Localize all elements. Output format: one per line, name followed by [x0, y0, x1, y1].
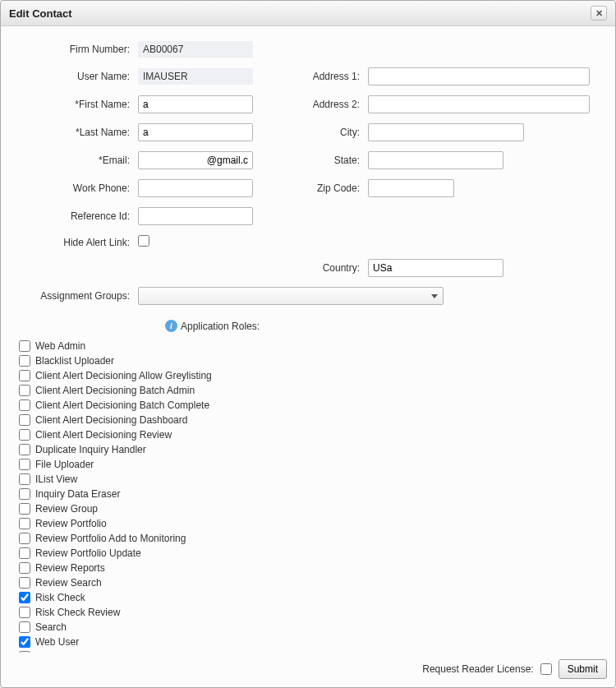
role-label: Review Group — [35, 501, 98, 516]
title-bar: Edit Contact ✕ — [1, 1, 615, 26]
zip-input[interactable] — [368, 179, 454, 197]
role-label: Risk Check — [35, 590, 85, 605]
role-label: Review Search — [35, 575, 102, 590]
role-item: Risk Check — [19, 590, 599, 605]
role-item: Inquiry Data Eraser — [19, 487, 599, 501]
role-item: Client Alert Decisioning Batch Complete — [19, 398, 599, 413]
dialog-content: Firm Number: AB00067 User Name: IMAUSER … — [1, 26, 615, 653]
role-checkbox[interactable] — [19, 547, 30, 559]
firm-number-value: AB00067 — [138, 41, 253, 58]
first-name-label: *First Name: — [17, 99, 130, 110]
role-checkbox[interactable] — [19, 533, 30, 544]
role-checkbox[interactable] — [19, 370, 30, 381]
role-checkbox[interactable] — [19, 592, 30, 603]
role-checkbox[interactable] — [19, 414, 30, 426]
role-item: Search — [19, 620, 599, 635]
app-roles-header: Application Roles: — [181, 321, 260, 332]
role-label: Search — [35, 620, 67, 635]
city-input[interactable] — [368, 123, 524, 141]
role-item: File Uploader — [19, 457, 599, 472]
role-checkbox[interactable] — [19, 355, 30, 367]
reference-id-input[interactable] — [138, 207, 253, 225]
role-checkbox[interactable] — [19, 518, 30, 529]
last-name-input[interactable] — [138, 123, 253, 141]
role-label: Inquiry Data Eraser — [35, 487, 120, 501]
firm-number-label: Firm Number: — [17, 44, 130, 55]
email-label: *Email: — [17, 155, 130, 166]
role-label: Client Alert Decisioning Batch Admin — [35, 383, 195, 398]
role-item: Review Portfolio Update — [19, 546, 599, 561]
chevron-down-icon — [431, 294, 438, 298]
role-checkbox[interactable] — [19, 607, 30, 618]
role-checkbox[interactable] — [19, 621, 30, 633]
request-reader-license-checkbox[interactable] — [540, 663, 552, 675]
role-checkbox[interactable] — [19, 385, 30, 396]
work-phone-label: Work Phone: — [17, 182, 130, 194]
role-item: Blacklist Uploader — [19, 353, 599, 368]
address2-input[interactable] — [368, 95, 590, 113]
role-label: Blacklist Uploader — [35, 353, 114, 368]
email-input[interactable] — [138, 151, 253, 169]
close-button[interactable]: ✕ — [591, 6, 607, 21]
role-item: Review Portfolio Add to Monitoring — [19, 531, 599, 546]
dialog-footer: Request Reader License: Submit — [1, 653, 615, 687]
role-checkbox[interactable] — [19, 459, 30, 470]
role-checkbox[interactable] — [19, 444, 30, 455]
address1-input[interactable] — [368, 67, 590, 85]
role-checkbox[interactable] — [19, 636, 30, 648]
hide-alert-checkbox[interactable] — [138, 235, 149, 247]
user-name-value: IMAUSER — [138, 68, 253, 85]
assignment-groups-dropdown[interactable] — [138, 287, 444, 305]
role-item: Web Admin — [19, 339, 599, 353]
role-label: Client Alert Decisioning Allow Greylisti… — [35, 368, 212, 383]
role-item: Risk Check Review — [19, 605, 599, 620]
role-checkbox[interactable] — [19, 577, 30, 589]
work-phone-input[interactable] — [138, 179, 253, 197]
role-label: Client Alert Decisioning Dashboard — [35, 413, 187, 427]
role-label: Review Portfolio Add to Monitoring — [35, 531, 186, 546]
role-label: Duplicate Inquiry Handler — [35, 442, 146, 457]
submit-button[interactable]: Submit — [559, 659, 607, 679]
role-label: Web User — [35, 635, 79, 649]
role-label: Client Alert Decisioning Batch Complete — [35, 398, 209, 413]
state-input[interactable] — [368, 151, 503, 169]
dialog-title: Edit Contact — [9, 7, 72, 20]
roles-list: Web AdminBlacklist UploaderClient Alert … — [17, 339, 599, 653]
role-checkbox[interactable] — [19, 399, 30, 411]
role-label: Web Admin — [35, 339, 85, 353]
country-label: Country: — [261, 262, 360, 274]
city-label: City: — [261, 127, 360, 138]
role-item: Client Alert Decisioning Dashboard — [19, 413, 599, 427]
last-name-label: *Last Name: — [17, 127, 130, 138]
role-checkbox[interactable] — [19, 562, 30, 574]
edit-contact-dialog: Edit Contact ✕ Firm Number: AB00067 User… — [0, 0, 616, 688]
role-item: Client Alert Decisioning Review — [19, 427, 599, 442]
state-label: State: — [261, 155, 360, 166]
role-checkbox[interactable] — [19, 473, 30, 485]
assignment-groups-label: Assignment Groups: — [17, 290, 130, 302]
role-item: Duplicate Inquiry Handler — [19, 442, 599, 457]
role-checkbox[interactable] — [19, 488, 30, 500]
role-label: Review Portfolio — [35, 516, 107, 531]
role-item: Review Search — [19, 575, 599, 590]
role-item: Review Reports — [19, 561, 599, 575]
form-grid: Firm Number: AB00067 User Name: IMAUSER … — [17, 41, 599, 334]
reference-id-label: Reference Id: — [17, 210, 130, 222]
role-label: Risk Check Review — [35, 605, 120, 620]
role-label: Client Alert Decisioning Review — [35, 427, 172, 442]
role-checkbox[interactable] — [19, 429, 30, 441]
role-label: Review Portfolio Update — [35, 546, 141, 561]
request-reader-license-label: Request Reader License: — [422, 663, 533, 675]
address1-label: Address 1: — [261, 71, 360, 82]
role-label: File Uploader — [35, 457, 94, 472]
role-item: Web User — [19, 635, 599, 649]
role-item: IList View — [19, 472, 599, 487]
role-item: Client Alert Decisioning Batch Admin — [19, 383, 599, 398]
role-label: Review Reports — [35, 561, 105, 575]
role-label: IList View — [35, 472, 77, 487]
role-checkbox[interactable] — [19, 340, 30, 352]
role-checkbox[interactable] — [19, 503, 30, 515]
role-item: Review Group — [19, 501, 599, 516]
first-name-input[interactable] — [138, 95, 253, 113]
country-input[interactable] — [368, 259, 503, 277]
